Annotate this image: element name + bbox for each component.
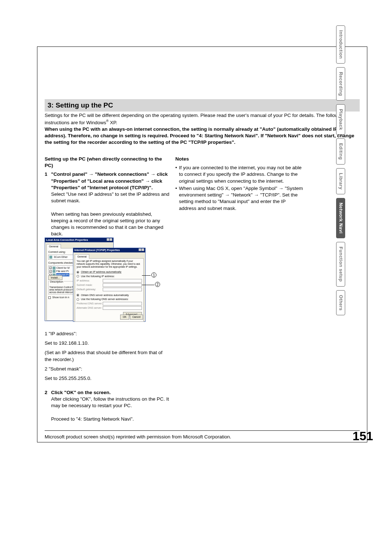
checkbox-icon: [49, 274, 52, 276]
cancel-button: Cancel: [130, 315, 143, 320]
radio-icon: [77, 298, 79, 301]
screenshot-figure: Local Area Connection Properties General…: [45, 238, 147, 326]
note-2: When using Mac OS X, open "Apple Symbol"…: [175, 185, 304, 212]
intro-p1a: Settings for the PC will be different de…: [45, 113, 345, 125]
label-mask: Subnet mask:: [77, 283, 103, 287]
callout-line-1: [142, 275, 151, 276]
side-tabs: Introduction Recording Playback Editing …: [336, 25, 345, 319]
step-1-number: 1: [45, 171, 50, 178]
permission-text: Microsoft product screen shot(s) reprint…: [45, 434, 231, 439]
dialog-lac-title: Local Area Connection Properties: [46, 238, 88, 242]
left-column: Setting up the PC (when directly connect…: [45, 156, 170, 241]
dialog-footer-buttons: OK Cancel: [120, 315, 143, 320]
section-heading-bar: 3: Setting up the PC: [45, 99, 360, 112]
step-2-head: Click "OK" on the screen.: [51, 390, 111, 395]
step1-part: "Control panel" → "Network connections" …: [51, 171, 168, 190]
label-adns: Alternate DNS server:: [77, 306, 103, 310]
callout-2-label: 2: [155, 282, 160, 287]
radio-obtain-dns: Obtain DNS server address automatically: [81, 293, 129, 297]
intro-bold: When using the PC with an always-on inte…: [45, 126, 354, 145]
bf-5: Set to 255.255.255.0.: [45, 375, 170, 382]
radio-icon: [77, 294, 79, 296]
notes-column: Notes If you are connected to the intern…: [175, 156, 304, 212]
label-description: Description: [49, 280, 64, 284]
radio-use-dns: Use the following DNS server addresses:: [81, 297, 128, 301]
component-icon: [53, 270, 56, 273]
label-gateway: Default gateway:: [77, 288, 103, 291]
ok-button: OK: [120, 315, 129, 320]
dialog-lac-titlebar: Local Area Connection Properties: [45, 238, 113, 242]
callout-1: 1: [151, 272, 156, 278]
tab-general-ip: General: [75, 254, 89, 259]
label-ip: IP address:: [77, 279, 103, 283]
input-alt-dns: [103, 306, 142, 310]
section-heading: 3: Setting up the PC: [48, 101, 357, 110]
step-2-p2: Proceed to "4: Starting Network Navi".: [51, 416, 134, 422]
bf-1: 1 "IP address":: [45, 331, 170, 337]
input-subnet-mask: [103, 283, 142, 287]
step1-desc1: Select "Use next IP address" to set the …: [51, 191, 170, 203]
adapter-icon: [49, 256, 52, 259]
dialog-tcpip-properties: Internet Protocol (TCP/IP) Properties Ge…: [73, 248, 146, 322]
callout-2: 2: [155, 282, 160, 287]
label-show-icon: Show icon in n: [52, 296, 69, 299]
tab-introduction[interactable]: Introduction: [336, 25, 345, 64]
label-pdns: Preferred DNS server:: [77, 302, 103, 305]
intro-text: Settings for the PC will be different de…: [45, 112, 360, 146]
tab-function-setup[interactable]: Function setup: [336, 242, 345, 287]
step1-desc2: When setting has been previously establi…: [51, 211, 163, 237]
page-number: 151: [352, 428, 373, 445]
ip-desc-text: You can get IP settings assigned automat…: [77, 260, 142, 268]
component-icon: [53, 267, 56, 270]
intro-p1b: XP.: [109, 120, 117, 125]
step-2-body: Click "OK" on the screen. After clicking…: [51, 389, 170, 422]
note-1: If you are connected to the internet, yo…: [175, 165, 304, 185]
page-border: 3: Setting up the PC Settings for the PC…: [37, 46, 367, 442]
radio-obtain-ip: Obtain an IP address automatically: [81, 270, 121, 274]
input-pref-dns: [103, 302, 142, 305]
left-subhead: Setting up the PC (when directly connect…: [45, 156, 170, 169]
input-gateway: [103, 288, 142, 291]
step-2-p1: After clicking "OK", follow the instruct…: [51, 396, 169, 408]
permission-line: Microsoft product screen shot(s) reprint…: [45, 430, 360, 440]
adapter-name: 3Com Ether: [54, 255, 68, 259]
radio-icon: [77, 275, 79, 278]
radio-icon: [77, 271, 79, 274]
checkbox-icon: [49, 270, 52, 273]
window-buttons-icon: [138, 248, 144, 252]
tab-recording[interactable]: Recording: [336, 67, 345, 101]
bf-2: Set to 192.168.1.10.: [45, 340, 170, 347]
tab-others[interactable]: Others: [336, 290, 345, 315]
input-ip-address: [103, 279, 142, 283]
tab-playback[interactable]: Playback: [336, 104, 345, 135]
bf-4: 2 "Subnet mask":: [45, 366, 170, 372]
window-buttons-icon: [106, 238, 112, 242]
step-2-block: 2 Click "OK" on the screen. After clicki…: [45, 389, 170, 422]
callout-line-2: [142, 285, 154, 285]
dialog-ip-titlebar: Internet Protocol (TCP/IP) Properties: [73, 248, 145, 252]
dialog-ip-title: Internet Protocol (TCP/IP) Properties: [74, 248, 120, 252]
tab-editing[interactable]: Editing: [336, 138, 345, 165]
dialog-ip-pane: You can get IP settings assigned automat…: [75, 258, 144, 322]
checkbox-icon: [48, 296, 51, 299]
checkbox-icon: [49, 267, 52, 269]
radio-use-ip: Use the following IP address:: [81, 275, 115, 278]
step-2-number: 2: [45, 389, 50, 396]
notes-head: Notes: [175, 156, 304, 162]
tab-network-navi[interactable]: Network Navi: [336, 198, 345, 238]
step-1-body: "Control panel" → "Network connections" …: [51, 171, 170, 237]
bf-3: (Set an IP address that should be differ…: [45, 349, 170, 362]
callout-explanations: 1 "IP address": Set to 192.168.1.10. (Se…: [45, 331, 170, 385]
tab-general-lac: General: [46, 244, 61, 249]
tab-library[interactable]: Library: [336, 168, 345, 194]
callout-1-label: 1: [151, 272, 156, 278]
